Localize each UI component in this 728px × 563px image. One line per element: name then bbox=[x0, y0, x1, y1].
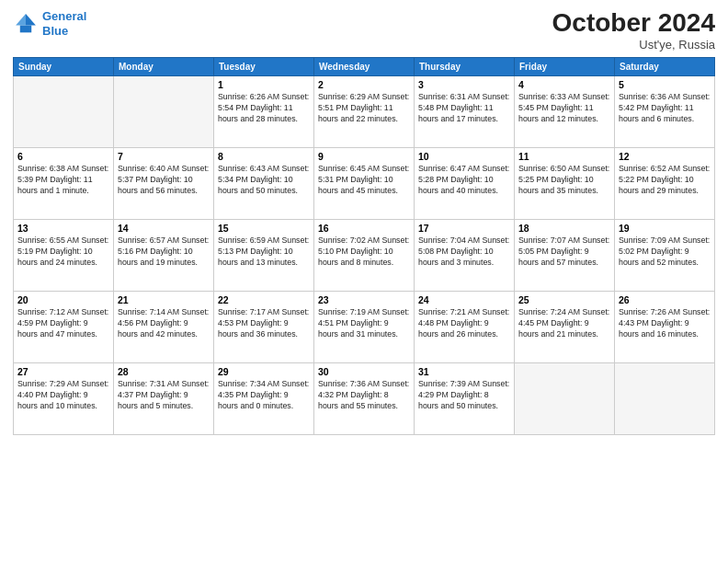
day-number: 3 bbox=[418, 79, 510, 90]
svg-marker-1 bbox=[16, 14, 26, 25]
cell-info: Sunrise: 7:04 AM Sunset: 5:08 PM Dayligh… bbox=[418, 236, 510, 269]
calendar: Sunday Monday Tuesday Wednesday Thursday… bbox=[13, 57, 715, 435]
calendar-cell bbox=[515, 362, 615, 434]
logo-line2: Blue bbox=[42, 24, 86, 39]
calendar-cell: 7Sunrise: 6:40 AM Sunset: 5:37 PM Daylig… bbox=[114, 147, 214, 219]
calendar-cell: 31Sunrise: 7:39 AM Sunset: 4:29 PM Dayli… bbox=[415, 362, 515, 434]
day-number: 25 bbox=[518, 294, 610, 305]
location: Ust'ye, Russia bbox=[552, 38, 715, 52]
day-number: 24 bbox=[418, 294, 510, 305]
col-thursday: Thursday bbox=[415, 57, 515, 75]
cell-info: Sunrise: 7:26 AM Sunset: 4:43 PM Dayligh… bbox=[619, 307, 711, 340]
calendar-week-2: 13Sunrise: 6:55 AM Sunset: 5:19 PM Dayli… bbox=[14, 219, 715, 291]
day-number: 18 bbox=[518, 223, 610, 234]
col-saturday: Saturday bbox=[615, 57, 715, 75]
col-sunday: Sunday bbox=[14, 57, 114, 75]
day-number: 13 bbox=[17, 223, 109, 234]
cell-info: Sunrise: 6:29 AM Sunset: 5:51 PM Dayligh… bbox=[318, 92, 410, 125]
calendar-cell bbox=[114, 75, 214, 147]
day-number: 14 bbox=[118, 223, 210, 234]
calendar-cell: 30Sunrise: 7:36 AM Sunset: 4:32 PM Dayli… bbox=[314, 362, 415, 434]
day-number: 8 bbox=[218, 151, 310, 162]
title-block: October 2024 Ust'ye, Russia bbox=[552, 9, 715, 52]
day-number: 11 bbox=[518, 151, 610, 162]
calendar-cell: 13Sunrise: 6:55 AM Sunset: 5:19 PM Dayli… bbox=[14, 219, 114, 291]
day-number: 28 bbox=[118, 366, 210, 377]
cell-info: Sunrise: 6:36 AM Sunset: 5:42 PM Dayligh… bbox=[619, 92, 711, 125]
day-number: 31 bbox=[418, 366, 510, 377]
calendar-cell: 17Sunrise: 7:04 AM Sunset: 5:08 PM Dayli… bbox=[415, 219, 515, 291]
day-number: 26 bbox=[619, 294, 711, 305]
cell-info: Sunrise: 6:45 AM Sunset: 5:31 PM Dayligh… bbox=[318, 164, 410, 197]
calendar-cell: 8Sunrise: 6:43 AM Sunset: 5:34 PM Daylig… bbox=[214, 147, 314, 219]
cell-info: Sunrise: 7:17 AM Sunset: 4:53 PM Dayligh… bbox=[218, 307, 310, 340]
calendar-cell: 22Sunrise: 7:17 AM Sunset: 4:53 PM Dayli… bbox=[214, 291, 314, 362]
svg-marker-0 bbox=[26, 14, 36, 25]
cell-info: Sunrise: 7:21 AM Sunset: 4:48 PM Dayligh… bbox=[418, 307, 510, 340]
calendar-cell: 6Sunrise: 6:38 AM Sunset: 5:39 PM Daylig… bbox=[14, 147, 114, 219]
calendar-cell bbox=[615, 362, 715, 434]
day-number: 2 bbox=[318, 79, 410, 90]
cell-info: Sunrise: 6:55 AM Sunset: 5:19 PM Dayligh… bbox=[17, 236, 109, 269]
calendar-cell: 20Sunrise: 7:12 AM Sunset: 4:59 PM Dayli… bbox=[14, 291, 114, 362]
day-number: 23 bbox=[318, 294, 410, 305]
day-number: 7 bbox=[118, 151, 210, 162]
calendar-cell: 27Sunrise: 7:29 AM Sunset: 4:40 PM Dayli… bbox=[14, 362, 114, 434]
day-number: 20 bbox=[17, 294, 109, 305]
calendar-cell: 19Sunrise: 7:09 AM Sunset: 5:02 PM Dayli… bbox=[615, 219, 715, 291]
header: General Blue October 2024 Ust'ye, Russia bbox=[13, 9, 715, 52]
col-wednesday: Wednesday bbox=[314, 57, 415, 75]
page: General Blue October 2024 Ust'ye, Russia… bbox=[0, 0, 728, 563]
calendar-cell bbox=[14, 75, 114, 147]
calendar-cell: 25Sunrise: 7:24 AM Sunset: 4:45 PM Dayli… bbox=[515, 291, 615, 362]
cell-info: Sunrise: 6:33 AM Sunset: 5:45 PM Dayligh… bbox=[518, 92, 610, 125]
calendar-cell: 29Sunrise: 7:34 AM Sunset: 4:35 PM Dayli… bbox=[214, 362, 314, 434]
calendar-cell: 18Sunrise: 7:07 AM Sunset: 5:05 PM Dayli… bbox=[515, 219, 615, 291]
cell-info: Sunrise: 7:12 AM Sunset: 4:59 PM Dayligh… bbox=[17, 307, 109, 340]
calendar-week-0: 1Sunrise: 6:26 AM Sunset: 5:54 PM Daylig… bbox=[14, 75, 715, 147]
calendar-cell: 15Sunrise: 6:59 AM Sunset: 5:13 PM Dayli… bbox=[214, 219, 314, 291]
calendar-cell: 24Sunrise: 7:21 AM Sunset: 4:48 PM Dayli… bbox=[415, 291, 515, 362]
day-number: 17 bbox=[418, 223, 510, 234]
cell-info: Sunrise: 6:50 AM Sunset: 5:25 PM Dayligh… bbox=[518, 164, 610, 197]
calendar-week-4: 27Sunrise: 7:29 AM Sunset: 4:40 PM Dayli… bbox=[14, 362, 715, 434]
month-title: October 2024 bbox=[552, 9, 715, 38]
col-tuesday: Tuesday bbox=[214, 57, 314, 75]
day-number: 19 bbox=[619, 223, 711, 234]
day-number: 27 bbox=[17, 366, 109, 377]
day-number: 30 bbox=[318, 366, 410, 377]
calendar-cell: 12Sunrise: 6:52 AM Sunset: 5:22 PM Dayli… bbox=[615, 147, 715, 219]
cell-info: Sunrise: 6:38 AM Sunset: 5:39 PM Dayligh… bbox=[17, 164, 109, 197]
logo: General Blue bbox=[13, 9, 86, 38]
cell-info: Sunrise: 6:31 AM Sunset: 5:48 PM Dayligh… bbox=[418, 92, 510, 125]
cell-info: Sunrise: 6:26 AM Sunset: 5:54 PM Dayligh… bbox=[218, 92, 310, 125]
calendar-cell: 26Sunrise: 7:26 AM Sunset: 4:43 PM Dayli… bbox=[615, 291, 715, 362]
calendar-header-row: Sunday Monday Tuesday Wednesday Thursday… bbox=[14, 57, 715, 75]
calendar-cell: 2Sunrise: 6:29 AM Sunset: 5:51 PM Daylig… bbox=[314, 75, 415, 147]
calendar-cell: 10Sunrise: 6:47 AM Sunset: 5:28 PM Dayli… bbox=[415, 147, 515, 219]
day-number: 16 bbox=[318, 223, 410, 234]
day-number: 4 bbox=[518, 79, 610, 90]
day-number: 5 bbox=[619, 79, 711, 90]
day-number: 12 bbox=[619, 151, 711, 162]
calendar-cell: 1Sunrise: 6:26 AM Sunset: 5:54 PM Daylig… bbox=[214, 75, 314, 147]
cell-info: Sunrise: 6:43 AM Sunset: 5:34 PM Dayligh… bbox=[218, 164, 310, 197]
calendar-cell: 9Sunrise: 6:45 AM Sunset: 5:31 PM Daylig… bbox=[314, 147, 415, 219]
day-number: 15 bbox=[218, 223, 310, 234]
cell-info: Sunrise: 7:09 AM Sunset: 5:02 PM Dayligh… bbox=[619, 236, 711, 269]
logo-line1: General bbox=[42, 9, 86, 23]
calendar-cell: 5Sunrise: 6:36 AM Sunset: 5:42 PM Daylig… bbox=[615, 75, 715, 147]
calendar-cell: 21Sunrise: 7:14 AM Sunset: 4:56 PM Dayli… bbox=[114, 291, 214, 362]
day-number: 10 bbox=[418, 151, 510, 162]
cell-info: Sunrise: 6:59 AM Sunset: 5:13 PM Dayligh… bbox=[218, 236, 310, 269]
col-friday: Friday bbox=[515, 57, 615, 75]
cell-info: Sunrise: 7:14 AM Sunset: 4:56 PM Dayligh… bbox=[118, 307, 210, 340]
cell-info: Sunrise: 7:19 AM Sunset: 4:51 PM Dayligh… bbox=[318, 307, 410, 340]
cell-info: Sunrise: 6:52 AM Sunset: 5:22 PM Dayligh… bbox=[619, 164, 711, 197]
calendar-cell: 3Sunrise: 6:31 AM Sunset: 5:48 PM Daylig… bbox=[415, 75, 515, 147]
day-number: 9 bbox=[318, 151, 410, 162]
cell-info: Sunrise: 7:24 AM Sunset: 4:45 PM Dayligh… bbox=[518, 307, 610, 340]
calendar-cell: 28Sunrise: 7:31 AM Sunset: 4:37 PM Dayli… bbox=[114, 362, 214, 434]
cell-info: Sunrise: 7:29 AM Sunset: 4:40 PM Dayligh… bbox=[17, 379, 109, 412]
cell-info: Sunrise: 7:07 AM Sunset: 5:05 PM Dayligh… bbox=[518, 236, 610, 269]
